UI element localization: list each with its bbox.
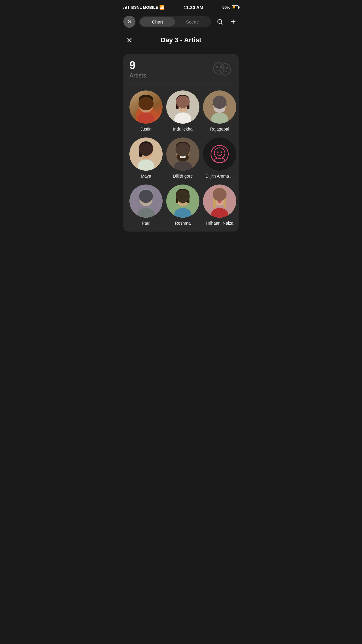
avatar	[166, 137, 199, 171]
svg-line-1	[221, 23, 222, 24]
svg-point-68	[148, 198, 150, 200]
svg-point-60	[139, 192, 153, 206]
svg-point-13	[139, 95, 153, 104]
time-display: 11:30 AM	[183, 5, 203, 10]
artist-item[interactable]: Reshma	[166, 185, 199, 226]
svg-point-30	[214, 96, 226, 104]
signal-icon	[123, 6, 129, 9]
svg-point-44	[142, 151, 145, 153]
svg-rect-62	[141, 197, 145, 200]
svg-rect-15	[147, 104, 151, 107]
close-button[interactable]	[125, 35, 134, 45]
svg-point-37	[221, 103, 223, 105]
svg-point-20	[176, 98, 189, 112]
artist-name: Indu lekha	[173, 127, 193, 131]
svg-point-50	[176, 142, 190, 151]
svg-point-52	[184, 150, 187, 153]
svg-point-55	[214, 148, 225, 158]
status-right: 50%	[222, 5, 239, 10]
svg-point-36	[216, 103, 218, 105]
artist-item[interactable]: Maya	[129, 137, 163, 178]
svg-rect-81	[213, 193, 216, 208]
divider	[129, 84, 233, 84]
svg-point-10	[223, 67, 224, 69]
avatar	[166, 185, 199, 218]
artist-item[interactable]: Rajagopal	[203, 90, 236, 131]
artists-label: Artists	[129, 72, 146, 79]
tab-switcher: Chart Scene	[139, 16, 211, 27]
avatar	[203, 90, 236, 124]
svg-point-24	[179, 104, 182, 106]
svg-point-75	[179, 198, 182, 200]
avatar	[203, 185, 236, 218]
svg-point-53	[180, 155, 186, 158]
svg-point-80	[213, 188, 226, 198]
artist-item[interactable]: Indu lekha	[166, 90, 199, 131]
battery-icon	[232, 5, 239, 9]
svg-rect-74	[187, 194, 189, 203]
battery-percentage: 50%	[222, 5, 230, 10]
svg-line-33	[212, 104, 214, 105]
svg-point-7	[216, 66, 218, 68]
page-title: Day 3 - Artist	[161, 36, 202, 44]
artists-grid: Justin	[129, 90, 233, 226]
svg-line-66	[151, 199, 153, 199]
artist-name: Diljith gore	[173, 174, 193, 178]
artists-count: 9	[129, 60, 146, 71]
nav-bar: S Chart Scene	[119, 13, 243, 31]
svg-rect-42	[139, 147, 142, 157]
artist-name: Maya	[141, 174, 151, 178]
artist-item[interactable]: Diljith Amma ...	[203, 137, 236, 178]
avatar	[166, 90, 199, 124]
svg-point-84	[221, 197, 223, 200]
tab-chart[interactable]: Chart	[140, 17, 175, 27]
artist-name: Diljith Amma ...	[205, 174, 233, 178]
svg-point-25	[184, 104, 186, 106]
status-left: BSNL MOBILE 📶	[123, 5, 164, 10]
carrier-label: BSNL MOBILE	[131, 5, 158, 10]
artist-name: Justin	[141, 127, 152, 131]
svg-point-51	[179, 150, 182, 153]
artists-count-section: 9 Artists	[129, 60, 146, 79]
wifi-icon: 📶	[159, 5, 164, 10]
tab-scene[interactable]: Scene	[175, 17, 210, 27]
add-button[interactable]	[228, 16, 239, 27]
svg-rect-14	[141, 104, 145, 107]
svg-point-76	[184, 198, 186, 200]
svg-rect-23	[187, 100, 189, 109]
svg-point-32	[220, 102, 225, 107]
artist-item[interactable]: Hrihaani Naiza	[203, 185, 236, 226]
search-button[interactable]	[214, 16, 225, 27]
svg-point-17	[138, 112, 154, 124]
user-avatar[interactable]: S	[123, 16, 135, 28]
artist-name: Reshma	[175, 221, 191, 226]
svg-point-43	[145, 148, 147, 150]
artist-item[interactable]: Paul	[129, 185, 163, 226]
svg-point-56	[217, 151, 219, 153]
artist-item[interactable]: Justin	[129, 90, 163, 131]
svg-point-57	[221, 151, 222, 153]
artists-card: 9 Artists	[123, 54, 239, 232]
artist-item[interactable]: Diljith gore	[166, 137, 199, 178]
svg-point-21	[176, 95, 189, 106]
svg-point-29	[214, 106, 225, 113]
svg-point-45	[147, 151, 150, 153]
status-bar: BSNL MOBILE 📶 11:30 AM 50%	[119, 0, 243, 13]
artist-name: Hrihaani Naiza	[206, 221, 233, 226]
svg-rect-82	[224, 193, 226, 208]
artists-header: 9 Artists	[129, 60, 233, 79]
svg-point-67	[142, 198, 144, 200]
avatar	[129, 185, 163, 218]
svg-point-61	[139, 189, 153, 198]
svg-point-41	[139, 141, 153, 152]
avatar	[203, 137, 236, 171]
svg-line-35	[225, 104, 227, 105]
svg-point-71	[176, 192, 189, 206]
artist-name: Rajagopal	[210, 127, 229, 131]
svg-rect-22	[176, 100, 179, 109]
page-header: Day 3 - Artist	[119, 31, 243, 49]
svg-point-40	[139, 145, 153, 159]
svg-rect-73	[176, 194, 178, 203]
svg-point-12	[139, 97, 153, 113]
main-content: 9 Artists	[119, 49, 243, 236]
